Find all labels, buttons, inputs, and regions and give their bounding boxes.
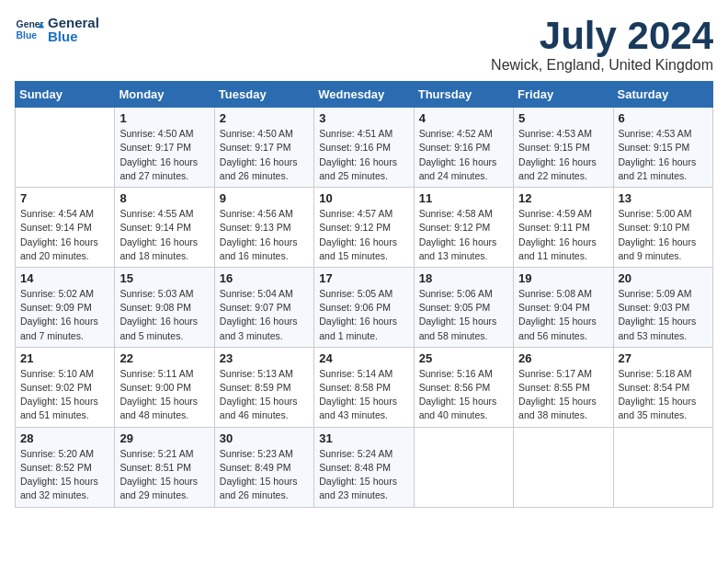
calendar-table: Sunday Monday Tuesday Wednesday Thursday…: [15, 81, 713, 507]
cell-3-4: 25Sunrise: 5:16 AM Sunset: 8:56 PM Dayli…: [414, 347, 513, 427]
cell-2-4: 18Sunrise: 5:06 AM Sunset: 9:05 PM Dayli…: [414, 267, 513, 347]
day-number-3-4: 25: [419, 351, 508, 365]
logo: General Blue General Blue: [15, 15, 99, 44]
day-info-3-4: Sunrise: 5:16 AM Sunset: 8:56 PM Dayligh…: [419, 367, 508, 423]
day-info-2-1: Sunrise: 5:03 AM Sunset: 9:08 PM Dayligh…: [119, 287, 209, 343]
cell-3-6: 27Sunrise: 5:18 AM Sunset: 8:54 PM Dayli…: [613, 347, 712, 427]
cell-1-1: 8Sunrise: 4:55 AM Sunset: 9:14 PM Daylig…: [115, 188, 214, 268]
logo-blue: Blue: [48, 29, 99, 44]
day-info-3-5: Sunrise: 5:17 AM Sunset: 8:55 PM Dayligh…: [518, 367, 608, 423]
cell-3-2: 23Sunrise: 5:13 AM Sunset: 8:59 PM Dayli…: [214, 347, 313, 427]
day-number-4-0: 28: [20, 431, 109, 445]
day-number-3-6: 27: [619, 351, 708, 365]
week-row-1: 7Sunrise: 4:54 AM Sunset: 9:14 PM Daylig…: [16, 188, 713, 268]
day-number-2-3: 17: [319, 271, 408, 285]
cell-1-5: 12Sunrise: 4:59 AM Sunset: 9:11 PM Dayli…: [514, 188, 613, 268]
header-sunday: Sunday: [16, 82, 115, 108]
day-number-4-2: 30: [220, 431, 309, 445]
day-number-0-2: 2: [220, 111, 309, 125]
cell-2-3: 17Sunrise: 5:05 AM Sunset: 9:06 PM Dayli…: [314, 267, 414, 347]
day-info-3-1: Sunrise: 5:11 AM Sunset: 9:00 PM Dayligh…: [119, 367, 209, 423]
day-number-3-3: 24: [319, 351, 408, 365]
day-info-0-1: Sunrise: 4:50 AM Sunset: 9:17 PM Dayligh…: [119, 127, 209, 183]
header-tuesday: Tuesday: [214, 82, 313, 108]
day-info-2-3: Sunrise: 5:05 AM Sunset: 9:06 PM Dayligh…: [319, 287, 408, 343]
cell-2-5: 19Sunrise: 5:08 AM Sunset: 9:04 PM Dayli…: [514, 267, 613, 347]
title-area: July 2024 Newick, England, United Kingdo…: [491, 15, 713, 74]
cell-1-4: 11Sunrise: 4:58 AM Sunset: 9:12 PM Dayli…: [414, 188, 513, 268]
day-number-2-1: 15: [119, 271, 209, 285]
day-info-4-3: Sunrise: 5:24 AM Sunset: 8:48 PM Dayligh…: [319, 447, 408, 503]
day-info-4-0: Sunrise: 5:20 AM Sunset: 8:52 PM Dayligh…: [20, 447, 109, 503]
cell-3-3: 24Sunrise: 5:14 AM Sunset: 8:58 PM Dayli…: [314, 347, 414, 427]
day-number-3-2: 23: [220, 351, 309, 365]
day-number-2-4: 18: [419, 271, 508, 285]
day-info-2-0: Sunrise: 5:02 AM Sunset: 9:09 PM Dayligh…: [20, 287, 109, 343]
day-info-1-4: Sunrise: 4:58 AM Sunset: 9:12 PM Dayligh…: [419, 207, 508, 263]
day-number-2-5: 19: [518, 271, 608, 285]
day-number-2-2: 16: [220, 271, 309, 285]
cell-0-0: [16, 108, 115, 188]
cell-1-3: 10Sunrise: 4:57 AM Sunset: 9:12 PM Dayli…: [314, 188, 414, 268]
cell-1-2: 9Sunrise: 4:56 AM Sunset: 9:13 PM Daylig…: [214, 188, 313, 268]
day-info-1-1: Sunrise: 4:55 AM Sunset: 9:14 PM Dayligh…: [119, 207, 209, 263]
cell-3-1: 22Sunrise: 5:11 AM Sunset: 9:00 PM Dayli…: [115, 347, 214, 427]
day-number-1-5: 12: [518, 191, 608, 205]
cell-3-5: 26Sunrise: 5:17 AM Sunset: 8:55 PM Dayli…: [514, 347, 613, 427]
header-thursday: Thursday: [414, 82, 513, 108]
day-info-2-4: Sunrise: 5:06 AM Sunset: 9:05 PM Dayligh…: [419, 287, 508, 343]
week-row-4: 28Sunrise: 5:20 AM Sunset: 8:52 PM Dayli…: [16, 427, 713, 507]
header-friday: Friday: [514, 82, 613, 108]
cell-2-2: 16Sunrise: 5:04 AM Sunset: 9:07 PM Dayli…: [214, 267, 313, 347]
logo-icon: General Blue: [15, 15, 44, 44]
day-info-2-2: Sunrise: 5:04 AM Sunset: 9:07 PM Dayligh…: [220, 287, 309, 343]
cell-1-0: 7Sunrise: 4:54 AM Sunset: 9:14 PM Daylig…: [16, 188, 115, 268]
day-info-3-0: Sunrise: 5:10 AM Sunset: 9:02 PM Dayligh…: [20, 367, 109, 423]
cell-4-6: [613, 427, 712, 507]
cell-2-0: 14Sunrise: 5:02 AM Sunset: 9:09 PM Dayli…: [16, 267, 115, 347]
day-number-0-4: 4: [419, 111, 508, 125]
day-info-0-6: Sunrise: 4:53 AM Sunset: 9:15 PM Dayligh…: [619, 127, 708, 183]
day-info-1-5: Sunrise: 4:59 AM Sunset: 9:11 PM Dayligh…: [518, 207, 608, 263]
cell-0-1: 1Sunrise: 4:50 AM Sunset: 9:17 PM Daylig…: [115, 108, 214, 188]
day-info-4-2: Sunrise: 5:23 AM Sunset: 8:49 PM Dayligh…: [220, 447, 309, 503]
cell-2-1: 15Sunrise: 5:03 AM Sunset: 9:08 PM Dayli…: [115, 267, 214, 347]
day-number-1-0: 7: [20, 191, 109, 205]
cell-4-5: [514, 427, 613, 507]
location: Newick, England, United Kingdom: [491, 57, 713, 74]
day-info-3-3: Sunrise: 5:14 AM Sunset: 8:58 PM Dayligh…: [319, 367, 408, 423]
day-info-3-6: Sunrise: 5:18 AM Sunset: 8:54 PM Dayligh…: [619, 367, 708, 423]
day-number-3-0: 21: [20, 351, 109, 365]
day-number-0-6: 6: [619, 111, 708, 125]
cell-4-0: 28Sunrise: 5:20 AM Sunset: 8:52 PM Dayli…: [16, 427, 115, 507]
month-title: July 2024: [491, 15, 713, 57]
header: General Blue General Blue July 2024 Newi…: [15, 15, 713, 74]
day-info-0-4: Sunrise: 4:52 AM Sunset: 9:16 PM Dayligh…: [419, 127, 508, 183]
day-number-1-2: 9: [220, 191, 309, 205]
day-number-1-3: 10: [319, 191, 408, 205]
cell-4-4: [414, 427, 513, 507]
day-number-2-6: 20: [619, 271, 708, 285]
day-info-1-6: Sunrise: 5:00 AM Sunset: 9:10 PM Dayligh…: [619, 207, 708, 263]
calendar-body: 1Sunrise: 4:50 AM Sunset: 9:17 PM Daylig…: [16, 108, 713, 507]
day-number-3-1: 22: [119, 351, 209, 365]
cell-3-0: 21Sunrise: 5:10 AM Sunset: 9:02 PM Dayli…: [16, 347, 115, 427]
cell-4-1: 29Sunrise: 5:21 AM Sunset: 8:51 PM Dayli…: [115, 427, 214, 507]
day-number-4-3: 31: [319, 431, 408, 445]
header-monday: Monday: [115, 82, 214, 108]
cell-4-2: 30Sunrise: 5:23 AM Sunset: 8:49 PM Dayli…: [214, 427, 313, 507]
header-saturday: Saturday: [613, 82, 712, 108]
week-row-2: 14Sunrise: 5:02 AM Sunset: 9:09 PM Dayli…: [16, 267, 713, 347]
day-info-1-2: Sunrise: 4:56 AM Sunset: 9:13 PM Dayligh…: [220, 207, 309, 263]
cell-2-6: 20Sunrise: 5:09 AM Sunset: 9:03 PM Dayli…: [613, 267, 712, 347]
day-info-1-0: Sunrise: 4:54 AM Sunset: 9:14 PM Dayligh…: [20, 207, 109, 263]
cell-0-5: 5Sunrise: 4:53 AM Sunset: 9:15 PM Daylig…: [514, 108, 613, 188]
day-info-0-3: Sunrise: 4:51 AM Sunset: 9:16 PM Dayligh…: [319, 127, 408, 183]
week-row-3: 21Sunrise: 5:10 AM Sunset: 9:02 PM Dayli…: [16, 347, 713, 427]
header-wednesday: Wednesday: [314, 82, 414, 108]
day-info-0-5: Sunrise: 4:53 AM Sunset: 9:15 PM Dayligh…: [518, 127, 608, 183]
day-number-4-1: 29: [119, 431, 209, 445]
day-number-1-1: 8: [119, 191, 209, 205]
day-number-2-0: 14: [20, 271, 109, 285]
header-row: Sunday Monday Tuesday Wednesday Thursday…: [16, 82, 713, 108]
